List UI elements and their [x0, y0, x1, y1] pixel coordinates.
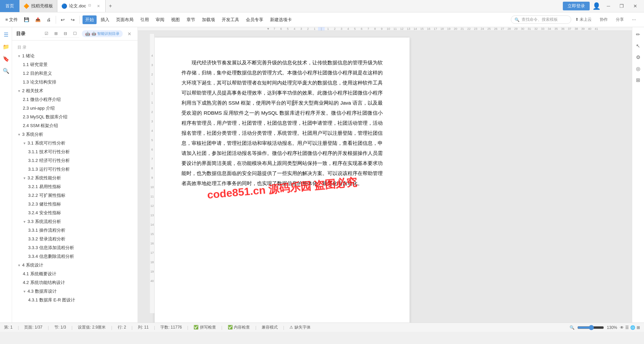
zoom-slider[interactable]: [577, 325, 604, 330]
grid-icon-btn[interactable]: ⊞: [634, 75, 643, 85]
toc-item[interactable]: 3.1.1 技术可行性分析: [12, 148, 138, 156]
restore-icon[interactable]: ⊡: [88, 3, 94, 9]
toc-item[interactable]: ▼3.2 系统性能分析: [12, 174, 138, 182]
toc-collapse-btn[interactable]: ⊟: [61, 30, 69, 37]
toc-arrow-icon: ▼: [17, 89, 21, 93]
tab-template[interactable]: 🔶 找稻壳模板: [19, 0, 57, 12]
toc-item[interactable]: 3.2.4 安全性指标: [12, 209, 138, 217]
toc-item[interactable]: ▼3.1 系统可行性分析: [12, 139, 138, 148]
content-check-status[interactable]: ✅ 内容检查: [228, 325, 250, 330]
tab-close-btn[interactable]: ✕: [96, 3, 101, 9]
toc-item-label: 4 系统设计: [22, 262, 43, 268]
toc-item[interactable]: 2.3 MySQL 数据库介绍: [12, 113, 138, 121]
home-tab[interactable]: 首页: [0, 0, 19, 12]
toc-item-label: 3.2.2 可扩展性指标: [28, 192, 65, 198]
location-icon-btn[interactable]: ◎: [634, 64, 643, 73]
toc-close-btn[interactable]: ✕: [125, 31, 133, 37]
edit-icon-btn[interactable]: ✏: [634, 30, 643, 39]
cloud-btn[interactable]: ⬆ 未上云: [573, 16, 594, 23]
menubar-actions: ⬆ 未上云 协作 分享 ⋯: [573, 16, 641, 23]
insert-tab[interactable]: 插入: [98, 15, 112, 24]
toc-item[interactable]: 3.1.2 经济可行性分析: [12, 156, 138, 165]
paragraph-1[interactable]: 现代经济快节奏发展以及不断完善升级的信息化技术，让传统数据信息的管理升级为软件存…: [181, 58, 383, 188]
cursor-icon-btn[interactable]: ↖: [634, 41, 643, 51]
toc-item[interactable]: 3.2.3 健壮性指标: [12, 200, 138, 209]
toc-expand-btn[interactable]: ⊞: [52, 30, 60, 37]
chapter-tab[interactable]: 章节: [184, 15, 198, 24]
line-status: 行: 2: [118, 325, 126, 330]
file-menu-btn[interactable]: ≡ 文件: [3, 15, 20, 24]
view-tab[interactable]: 视图: [168, 15, 182, 24]
toc-item[interactable]: ▼3.3 系统流程分析: [12, 217, 138, 226]
share-btn[interactable]: 分享: [613, 16, 627, 23]
toc-icon-btn[interactable]: ☰: [1, 30, 11, 39]
toc-item[interactable]: ▼1 绪论: [12, 52, 138, 60]
member-tab[interactable]: 会员专享: [243, 15, 266, 24]
login-button[interactable]: 立即登录: [563, 2, 590, 10]
export-btn[interactable]: 📤: [33, 16, 43, 23]
minimize-btn[interactable]: ─: [603, 2, 613, 10]
compat-status[interactable]: 兼容模式: [262, 325, 278, 330]
toc-item[interactable]: 1.1 研究背景: [12, 60, 138, 69]
toc-item[interactable]: 4.2 系统功能结构设计: [12, 278, 138, 287]
toc-item[interactable]: 3.3.4 信息删除流程分析: [12, 252, 138, 261]
review-tab[interactable]: 审阅: [153, 15, 167, 24]
toc-item[interactable]: 4.3.1 数据库 E-R 图设计: [12, 296, 138, 304]
toc-item[interactable]: 4.1 系统概要设计: [12, 270, 138, 278]
toc-item[interactable]: 2.3 uni-app 介绍: [12, 104, 138, 113]
undo-btn[interactable]: ↩: [58, 16, 67, 24]
toc-item[interactable]: 3.3.1 操作流程分析: [12, 226, 138, 235]
toc-item[interactable]: 2.4 SSM 框架介绍: [12, 121, 138, 130]
ref-tab[interactable]: 引用: [138, 15, 152, 24]
toc-item[interactable]: 1.2 目的和意义: [12, 69, 138, 78]
dev-tab[interactable]: 开发工具: [219, 15, 242, 24]
more-btn[interactable]: ⋯: [629, 16, 639, 23]
toc-item-label: 3.3.1 操作流程分析: [28, 227, 65, 233]
toc-item[interactable]: 3.2.1 易用性指标: [12, 182, 138, 191]
document-page[interactable]: code851.cn 源码乐园 盗图必究 现代经济快节奏发展以及不断完善升级的信…: [155, 38, 410, 323]
toc-item[interactable]: 1.3 论文结构安排: [12, 78, 138, 87]
toc-item[interactable]: 3.3.3 信息添加流程分析: [12, 243, 138, 252]
toc-item[interactable]: ▼2 相关技术: [12, 87, 138, 95]
print-btn[interactable]: 🖨: [44, 16, 54, 23]
toc-item-label: 3.2.1 易用性指标: [28, 184, 61, 190]
close-btn[interactable]: ✕: [630, 2, 641, 10]
document-area[interactable]: ▼ 7 6 5 4 3 2 1 | 1 2 3 4 5 6 7 8 9 10 1…: [138, 27, 632, 323]
files-icon-btn[interactable]: 📁: [1, 42, 11, 51]
files-icon: 📁: [3, 44, 9, 50]
zoom-out-icon[interactable]: 🔍: [570, 325, 575, 330]
list-view-icon[interactable]: ☰: [625, 325, 629, 330]
toc-arrow-icon: ▼: [23, 141, 26, 145]
layout-icon[interactable]: ⊞: [637, 325, 640, 330]
section-status: 节: 1/3: [54, 325, 66, 330]
toc-item[interactable]: ▼4.3 数据库设计: [12, 287, 138, 296]
search-icon-btn[interactable]: 🔍: [1, 66, 11, 75]
layout-tab[interactable]: 页面布局: [113, 15, 136, 24]
toc-check-btn[interactable]: ☑: [42, 30, 51, 37]
collab-btn[interactable]: 协作: [597, 16, 610, 23]
add-tab-btn[interactable]: +: [106, 3, 115, 9]
toc-item[interactable]: 3.1.3 运行可行性分析: [12, 165, 138, 174]
right-settings-btn[interactable]: ⚙: [634, 53, 643, 62]
start-tab[interactable]: 开始: [83, 15, 97, 24]
missing-font-status[interactable]: ⚠ 缺失字体: [289, 325, 310, 330]
addon-tab[interactable]: 加载项: [199, 15, 218, 24]
toc-item[interactable]: 3.3.2 登录流程分析: [12, 235, 138, 243]
redo-btn[interactable]: ↪: [68, 16, 77, 24]
toc-ai-btn[interactable]: 🤖 🤖 智能识别目录: [82, 30, 123, 37]
toc-item[interactable]: 3.2.2 可扩展性指标: [12, 191, 138, 200]
toc-item[interactable]: ▼4 系统设计: [12, 261, 138, 270]
user-avatar[interactable]: 👤: [592, 2, 601, 10]
spell-check-status[interactable]: ✅ 拼写检查: [194, 325, 216, 330]
tab-document[interactable]: 🔵 论文.doc ⊡ ✕: [57, 0, 106, 12]
maximize-btn[interactable]: ❐: [616, 2, 627, 10]
new-options-tab[interactable]: 新建选项卡: [267, 15, 294, 24]
toc-item[interactable]: 2.1 微信小程序介绍: [12, 95, 138, 104]
search-bar[interactable]: 🔍 查找命令、搜索模板: [511, 15, 571, 24]
save-btn[interactable]: 💾: [21, 16, 32, 23]
eye-icon[interactable]: 👁: [620, 325, 624, 330]
globe-icon[interactable]: 🌐: [630, 325, 635, 330]
bookmark-icon-btn[interactable]: 🔖: [1, 54, 11, 63]
toc-item[interactable]: ▼3 系统分析: [12, 130, 138, 139]
toc-options-btn[interactable]: ☐: [71, 30, 79, 37]
